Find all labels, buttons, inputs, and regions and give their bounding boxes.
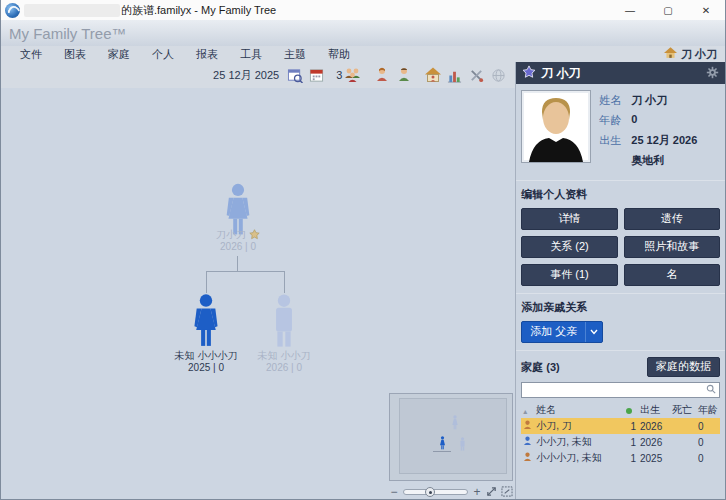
name-label: 姓名 — [599, 93, 627, 108]
table-row[interactable]: 小小小刀, 未知 1 2025 0 — [521, 450, 720, 466]
sidebar-gear-icon[interactable] — [706, 66, 719, 81]
female-person-icon[interactable] — [373, 67, 390, 84]
menu-charts[interactable]: 图表 — [53, 47, 97, 62]
person-sidebar: 刀 小刀 姓名刀 小刀 — [515, 62, 725, 499]
menu-reports[interactable]: 报表 — [185, 47, 229, 62]
menu-tools[interactable]: 工具 — [229, 47, 273, 62]
family-table-header[interactable]: ▴ 姓名 出生 死亡 年龄 — [521, 402, 720, 418]
names-button[interactable]: 名 — [624, 264, 720, 286]
options-disabled-icon — [490, 67, 507, 84]
zoom-out-button[interactable]: − — [389, 486, 399, 498]
sidebar-header: 刀 小刀 — [516, 62, 725, 84]
tree-label-mother[interactable]: 刀小刀 2026 | 0 — [178, 229, 298, 253]
tree-connector-line — [284, 271, 285, 293]
menu-individual[interactable]: 个人 — [141, 47, 185, 62]
tree-person-child-left[interactable] — [190, 293, 222, 349]
living-dot-icon — [626, 408, 632, 414]
edit-profile-section: 编辑个人资料 详情 遗传 关系 (2) 照片和故事 事件 (1) 名 — [516, 181, 725, 294]
col-age[interactable]: 年龄 — [696, 402, 720, 418]
selected-person-name: 刀 小刀 — [541, 65, 580, 82]
zoom-in-button[interactable]: + — [472, 486, 482, 498]
window-title: 的族谱.familyx - My Family Tree — [121, 3, 276, 18]
app-window: 的族谱.familyx - My Family Tree — ▢ ✕ My Fa… — [0, 0, 726, 500]
family-data-button[interactable]: 家庭的数据 — [647, 357, 720, 377]
search-icon — [703, 384, 719, 396]
statistics-icon[interactable] — [446, 67, 463, 84]
tree-connector-line — [237, 256, 238, 271]
col-name[interactable]: 姓名 — [534, 402, 624, 418]
redacted-filename — [24, 4, 120, 17]
close-button[interactable]: ✕ — [687, 0, 725, 20]
current-date: 25 12月 2025 — [213, 68, 279, 83]
birth-label: 出生 — [599, 133, 627, 148]
calendar-search-icon[interactable] — [286, 67, 303, 84]
tree-person-child-right[interactable] — [269, 293, 299, 349]
app-header: My Family Tree™ — [1, 20, 725, 46]
zoom-controls: − + — [389, 485, 513, 499]
family-table: ▴ 姓名 出生 死亡 年龄 小刀, 刀 1 20 — [521, 402, 720, 466]
minimap-preview[interactable] — [399, 398, 507, 474]
menu-file[interactable]: 文件 — [9, 47, 53, 62]
chevron-down-icon[interactable] — [585, 322, 602, 342]
add-relative-title: 添加亲戚关系 — [521, 300, 720, 315]
people-group-icon[interactable] — [344, 67, 361, 84]
male-person-icon[interactable] — [395, 67, 412, 84]
female-person-icon — [523, 421, 532, 432]
zoom-slider-knob[interactable] — [425, 487, 435, 497]
birth-value: 25 12月 2026 — [631, 133, 697, 148]
zoom-diagonal-icon[interactable] — [486, 486, 497, 499]
details-button[interactable]: 详情 — [521, 208, 617, 230]
family-tree-canvas[interactable]: 刀小刀 2026 | 0 未知 小小小刀 — [1, 88, 515, 499]
sort-icon: ▴ — [523, 407, 527, 416]
age-value: 0 — [631, 113, 637, 128]
maximize-button[interactable]: ▢ — [649, 0, 687, 20]
table-row[interactable]: 小刀, 刀 1 2026 0 — [521, 418, 720, 434]
family-search-input[interactable] — [522, 384, 703, 396]
add-father-button[interactable]: 添加 父亲 — [521, 321, 603, 343]
col-birth[interactable]: 出生 — [638, 402, 670, 418]
menu-family[interactable]: 家庭 — [97, 47, 141, 62]
male-person-icon — [523, 437, 532, 448]
home-person-link[interactable]: 刀 小刀 — [664, 47, 717, 62]
toolbar: 25 12月 2025 3 — [1, 62, 515, 88]
app-logo-icon — [5, 3, 20, 18]
zoom-slider[interactable] — [403, 489, 468, 495]
home-icon — [664, 47, 677, 61]
people-count: 3 — [336, 69, 342, 81]
minimap-panel[interactable] — [389, 393, 513, 481]
edit-profile-title: 编辑个人资料 — [521, 187, 720, 202]
person-photo[interactable] — [521, 90, 591, 163]
female-person-icon — [523, 453, 532, 464]
title-bar: 的族谱.familyx - My Family Tree — ▢ ✕ — [1, 0, 725, 20]
home-family-icon[interactable] — [424, 67, 441, 84]
events-button[interactable]: 事件 (1) — [521, 264, 617, 286]
col-death[interactable]: 死亡 — [670, 402, 696, 418]
relationships-button[interactable]: 关系 (2) — [521, 236, 617, 258]
brand-title: My Family Tree™ — [9, 25, 127, 42]
calendar-icon[interactable] — [308, 67, 325, 84]
tree-label-child-right[interactable]: 未知 小小刀 2026 | 0 — [224, 350, 344, 374]
fit-to-window-icon[interactable] — [501, 486, 513, 499]
add-relative-section: 添加亲戚关系 添加 父亲 — [516, 294, 725, 351]
photos-stories-button[interactable]: 照片和故事 — [624, 236, 720, 258]
table-row[interactable]: 小小刀, 未知 1 2026 0 — [521, 434, 720, 450]
menu-themes[interactable]: 主题 — [273, 47, 317, 62]
tools-icon[interactable] — [468, 67, 485, 84]
tree-connector-line — [206, 271, 285, 272]
heredity-button[interactable]: 遗传 — [624, 208, 720, 230]
family-title: 家庭 (3) — [521, 360, 560, 375]
favorite-star-icon[interactable] — [522, 65, 536, 81]
age-label: 年龄 — [599, 113, 627, 128]
family-search[interactable] — [521, 382, 720, 398]
birthplace-value: 奥地利 — [631, 153, 664, 168]
tree-connector-line — [206, 271, 207, 293]
name-value: 刀 小刀 — [631, 93, 667, 108]
menu-bar: 文件 图表 家庭 个人 报表 工具 主题 帮助 刀 小刀 — [1, 46, 725, 62]
minimize-button[interactable]: — — [611, 0, 649, 20]
menu-help[interactable]: 帮助 — [317, 47, 361, 62]
family-section: 家庭 (3) 家庭的数据 ▴ 姓名 出生 — [516, 351, 725, 499]
person-info-section: 姓名刀 小刀 年龄0 出生25 12月 2026 奥地利 — [516, 84, 725, 181]
home-person-name: 刀 小刀 — [681, 47, 717, 62]
